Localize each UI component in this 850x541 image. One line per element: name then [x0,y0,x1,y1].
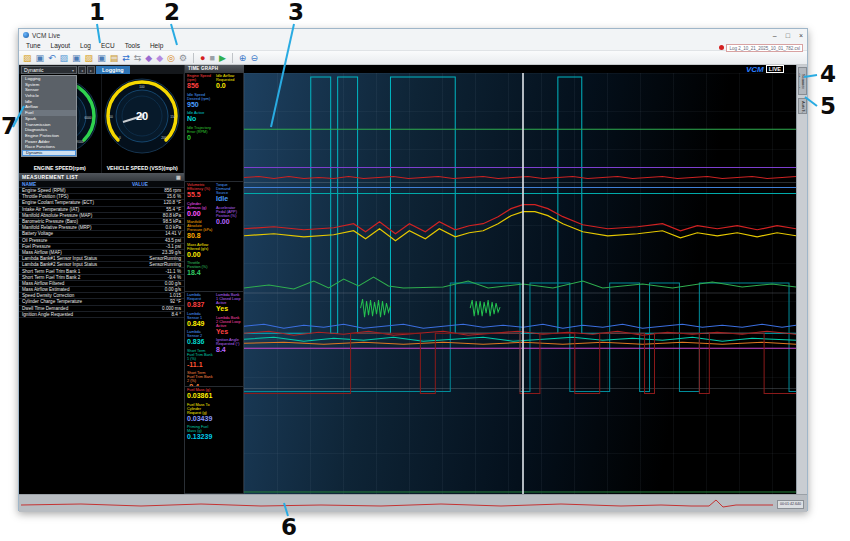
minimize-button[interactable]: – [773,32,777,39]
row-name: Mass Airflow Filtered [19,281,165,286]
channel-item-idle-speed-desired-rpm[interactable]: Idle Speed Desired (rpm)950 [187,93,213,109]
menu-ecu[interactable]: ECU [96,42,120,49]
settings-gear-icon[interactable]: ⚙ [179,53,187,63]
dropdown-item-dynamic[interactable]: Dynamic [22,150,76,156]
menu-tools[interactable]: Tools [120,42,145,49]
app-window: VCM Live – □ × TuneLayoutLogECUToolsHelp… [18,28,808,511]
stop-icon[interactable]: ■ [209,53,214,63]
compare-icon[interactable]: ⇄ [122,53,130,63]
undo-icon[interactable]: ↶ [48,53,56,63]
measurement-list-title: MEASUREMENT LIST [22,174,78,180]
channel-item-manifold-absolute-pressure-kpa[interactable]: Manifold Absolute Pressure (kPa)80.8 [187,220,213,240]
row-name: Short Term Fuel Trim Bank 1 [19,269,166,274]
row-value: 43.5 psi [165,238,184,243]
log-overview-strip[interactable]: 00:01:42.640 [19,494,807,512]
channel-label: Ignition Angle Requested (°) [216,338,242,346]
save-log-icon[interactable]: ▣ [36,53,45,63]
svg-text:20: 20 [136,110,148,122]
channel-item-idle-trajectory-error-rpm[interactable]: Idle Trajectory Error (RPM)0 [187,126,213,142]
channel-item-short-term-fuel-trim-bank-1[interactable]: Short Term Fuel Trim Bank 1 (%)-11.1 [187,349,213,369]
maximize-button[interactable]: □ [786,32,790,39]
row-name: Oil Pressure [19,238,165,243]
channel-item-lambda-sensor-1[interactable]: Lambda Sensor 10.849 [187,312,213,328]
zoom-in-icon[interactable]: ⊕ [239,53,247,63]
side-tab-autotune[interactable]: AutoTune [798,98,807,114]
row-value: 0.00 g/s [165,281,184,286]
svg-text:8000: 8000 [76,140,83,144]
channel-item-engine-speed-rpm[interactable]: Engine Speed (rpm)856 [187,74,213,90]
import-file-icon[interactable]: ▤ [110,53,119,63]
callout-4: 4 [820,61,836,87]
side-tab-scanner-channels[interactable]: Scanner Channels [798,67,807,95]
channel-item-lambda-request[interactable]: Lambda Request0.837 [187,293,213,309]
sync-icon[interactable]: ⇆ [134,53,142,63]
channel-item-mass-airflow-filtered-g-s[interactable]: Mass Airflow Filtered (g/s)0.00 [187,243,213,259]
channel-item-accelerator-pedal-app-position[interactable]: Accelerator Pedal (APP) Position (%)0.00 [216,206,242,226]
measurement-list: MEASUREMENT LIST ▦ NAME VALUE Engine Spe… [19,173,184,318]
step-forward-icon[interactable]: ◆ [156,53,163,63]
table-row[interactable]: Ignition Angle Requested8.4 ° [19,312,184,318]
target-icon[interactable]: ◎ [167,53,175,63]
channel-label: Mass Airflow Filtered (g/s) [187,243,213,251]
name-column-header: NAME [19,182,132,187]
channel-value: -11.1 [187,361,213,369]
channel-label: Lambda Request [187,293,213,301]
callout-3: 3 [288,0,304,25]
step-back-icon[interactable]: ◆ [145,53,152,63]
save-layout-icon[interactable]: ▣ [72,53,81,63]
grid-icon[interactable]: ▦ [176,174,181,180]
channel-item-lambda-bank-2-closed-loop-active[interactable]: Lambda Bank 2 Closed Loop ActiveYes [216,316,242,336]
layout-combo[interactable]: Dynamic ▾ [21,66,77,74]
play-icon[interactable]: ▶ [219,53,226,63]
callout-5: 5 [820,93,836,119]
callout-7: 7 [1,113,17,139]
channel-item-ignition-angle-requested[interactable]: Ignition Angle Requested (°)8.4 [216,338,242,354]
channel-label: Manifold Absolute Pressure (kPa) [187,220,213,232]
channel-label: Lambda Sensor 2 [187,330,213,338]
channel-item-cylinder-airmass-g[interactable]: Cylinder Airmass (g)0.00 [187,202,213,218]
row-value: 8.4 ° [172,312,185,317]
time-cursor[interactable] [522,73,524,494]
channel-item-idle-airflow-requested[interactable]: Idle Airflow Requested0.0 [216,74,242,90]
channel-value: 55.5 [187,191,213,199]
channel-label: Accelerator Pedal (APP) Position (%) [216,206,242,218]
open-layout-icon[interactable]: ▨ [60,53,69,63]
layout-dropdown-menu: LoggingSystemSensorVehicleIdleAirflowFue… [21,75,77,157]
channel-item-idle-active[interactable]: Idle ActiveNo [187,111,213,123]
channel-item-volumetric-efficiency[interactable]: Volumetric Efficiency (%)55.5 [187,183,213,199]
channel-item-lambda-bank-1-closed-loop-active[interactable]: Lambda Bank 1 Closed Loop ActiveYes [216,293,242,313]
channel-label: Lambda Sensor 1 [187,312,213,320]
channel-label: Cylinder Airmass (g) [187,202,213,210]
channel-item-fuel-mass-to-cylinder-request-g[interactable]: Fuel Mass To Cylinder Request (g)0.03439 [187,403,213,423]
row-name: Intake Air Temperature (IAT) [19,207,166,212]
channel-item-lambda-sensor-2[interactable]: Lambda Sensor 20.836 [187,330,213,346]
menu-tune[interactable]: Tune [21,42,46,49]
zoom-out-icon[interactable]: ⊖ [250,53,258,63]
measurement-list-header: MEASUREMENT LIST ▦ [19,173,184,181]
tab-scroll-left-button[interactable]: ◂ [78,66,86,74]
channel-item-fuel-mass-g[interactable]: Fuel Mass (g)0.03861 [187,388,213,400]
time-graph-title: TIME GRAPH [185,65,244,73]
channel-item-priming-fuel-mass-g[interactable]: Priming Fuel Mass (g)0.13239 [187,425,213,441]
row-value: SensorRunning [149,262,184,267]
channel-item-throttle-position[interactable]: Throttle Position (%)18.4 [187,261,213,277]
menu-log[interactable]: Log [75,42,96,49]
row-value: -11.1 % [166,269,185,274]
tab-logging[interactable]: Logging [96,66,130,74]
record-icon[interactable]: ● [200,53,205,63]
channel-column: Volumetric Efficiency (%)55.5Cylinder Ai… [185,182,214,291]
tab-scroll-right-button[interactable]: ▸ [87,66,95,74]
save-tune-icon[interactable]: ▣ [97,53,106,63]
time-graph-panel: TIME GRAPH VCM LIVE Engine Speed (rpm)85… [185,65,796,494]
menu-layout[interactable]: Layout [46,42,76,49]
menu-help[interactable]: Help [145,42,168,49]
open-tune-icon[interactable]: ▨ [85,53,94,63]
time-graph-plot[interactable] [244,73,796,494]
open-log-icon[interactable]: ▨ [23,53,32,63]
channel-item-short-term-fuel-trim-bank-2[interactable]: Short Term Fuel Trim Bank 2 (%)-9.4 [187,371,213,387]
channel-label: Idle Speed Desired (rpm) [187,93,213,101]
row-name: Manifold Relative Pressure (MRP) [19,225,165,230]
left-panel: Dynamic ▾ ◂ ▸ Logging 6000 [19,65,185,494]
channel-item-torque-demand-source[interactable]: Torque Demand SourceIdle [216,183,242,203]
close-button[interactable]: × [799,32,803,39]
